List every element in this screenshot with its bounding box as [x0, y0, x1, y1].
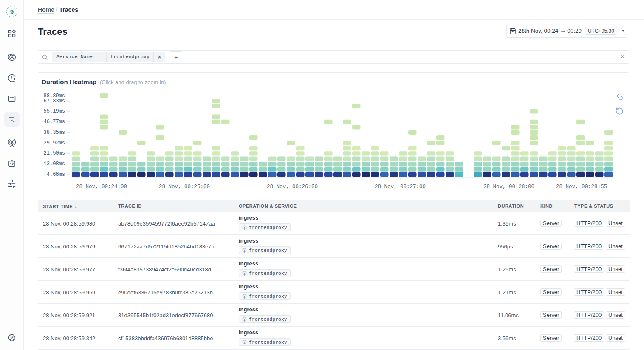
svg-text:67.83ms: 67.83ms	[44, 98, 65, 104]
svg-text:46.77ms: 46.77ms	[44, 119, 65, 125]
svg-text:13.08ms: 13.08ms	[44, 161, 65, 167]
svg-text:4.66ms: 4.66ms	[47, 172, 65, 178]
svg-text:38.35ms: 38.35ms	[44, 130, 65, 135]
svg-text:28 Nov, 00:25:00: 28 Nov, 00:25:00	[159, 184, 210, 190]
svg-text:28 Nov, 00:27:00: 28 Nov, 00:27:00	[375, 184, 426, 190]
svg-text:28 Nov, 00:28:55: 28 Nov, 00:28:55	[556, 184, 607, 190]
svg-text:28 Nov, 00:26:00: 28 Nov, 00:26:00	[267, 184, 318, 190]
svg-text:28 Nov, 00:24:00: 28 Nov, 00:24:00	[76, 184, 127, 190]
svg-text:29.92ms: 29.92ms	[44, 140, 65, 146]
svg-text:28 Nov, 00:28:00: 28 Nov, 00:28:00	[483, 184, 534, 190]
svg-text:21.50ms: 21.50ms	[44, 150, 65, 156]
svg-text:55.19ms: 55.19ms	[44, 108, 65, 114]
